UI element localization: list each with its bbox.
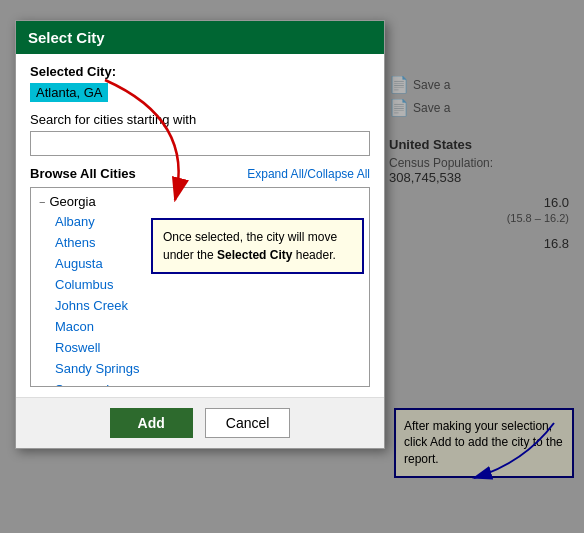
modal-footer: Add Cancel	[16, 397, 384, 448]
selected-city-label: Selected City:	[30, 64, 370, 79]
region-georgia-label: Georgia	[49, 194, 95, 209]
city-selection-tooltip: Once selected, the city will move under …	[151, 218, 364, 274]
browse-header: Browse All Cities Expand All/Collapse Al…	[30, 166, 370, 181]
city-savannah[interactable]: Savannah	[31, 379, 369, 387]
search-label: Search for cities starting with	[30, 112, 370, 127]
modal-body: Selected City: Atlanta, GA Search for ci…	[16, 54, 384, 397]
region-georgia[interactable]: − Georgia	[31, 192, 369, 211]
add-button[interactable]: Add	[110, 408, 193, 438]
select-city-modal: Select City Selected City: Atlanta, GA S…	[15, 20, 385, 449]
city-sandy-springs[interactable]: Sandy Springs	[31, 358, 369, 379]
city-johns-creek[interactable]: Johns Creek	[31, 295, 369, 316]
selected-city-value: Atlanta, GA	[30, 83, 108, 102]
cancel-button[interactable]: Cancel	[205, 408, 291, 438]
city-macon[interactable]: Macon	[31, 316, 369, 337]
expand-collapse-link[interactable]: Expand All/Collapse All	[247, 167, 370, 181]
modal-title: Select City	[28, 29, 105, 46]
collapse-georgia-icon: −	[39, 196, 45, 208]
search-input[interactable]	[30, 131, 370, 156]
browse-title: Browse All Cities	[30, 166, 136, 181]
city-columbus[interactable]: Columbus	[31, 274, 369, 295]
modal-header: Select City	[16, 21, 384, 54]
city-roswell[interactable]: Roswell	[31, 337, 369, 358]
city-list-container[interactable]: − Georgia Albany Athens Augusta Columbus…	[30, 187, 370, 387]
